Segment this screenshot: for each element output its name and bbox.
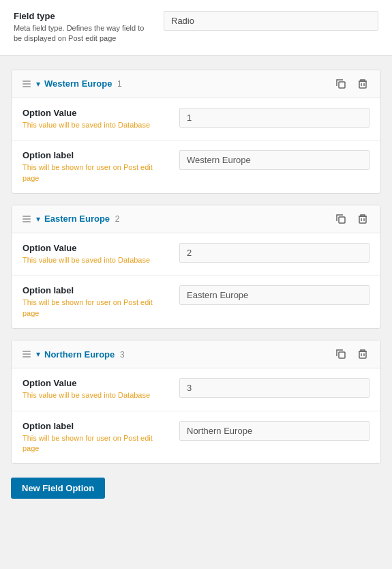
option-label-field-1: Option label This will be shown for user… <box>12 141 380 193</box>
option-label-field-3: Option label This will be shown for user… <box>12 411 380 464</box>
header-actions-3 <box>333 347 371 361</box>
option-label-title-3: Option label <box>22 421 166 431</box>
option-value-input-wrap-3 <box>179 378 370 398</box>
copy-button-2[interactable] <box>333 212 349 226</box>
option-title-2: Eastern Europe 2 <box>44 214 329 224</box>
option-value-desc-3: This value will be saved into Database <box>22 390 166 400</box>
drag-handle-3[interactable] <box>21 349 32 359</box>
option-value-label-2: Option Value This value will be saved in… <box>22 243 166 265</box>
option-value-field-1: Option Value This value will be saved in… <box>12 98 380 141</box>
new-field-option-button[interactable]: New Field Option <box>11 478 105 499</box>
option-label-input-1[interactable] <box>179 150 370 170</box>
option-label-title-1: Option label <box>22 150 166 160</box>
option-label-title-2: Option label <box>22 285 166 295</box>
delete-button-1[interactable] <box>355 77 371 91</box>
option-label-label-3: Option label This will be shown for user… <box>22 421 166 454</box>
drag-handle-2[interactable] <box>21 214 32 224</box>
option-card-1: ▾ Western Europe 1 <box>11 70 381 194</box>
field-type-description: Meta field type. Defines the way field t… <box>14 23 150 44</box>
options-container: ▾ Western Europe 1 <box>11 70 381 465</box>
page-wrapper: Field type Meta field type. Defines the … <box>0 0 392 512</box>
drag-handle-1[interactable] <box>21 79 32 89</box>
option-value-input-wrap-2 <box>179 243 370 263</box>
field-type-label: Field type Meta field type. Defines the … <box>14 11 150 44</box>
svg-rect-5 <box>359 216 366 223</box>
option-title-1: Western Europe 1 <box>44 78 329 89</box>
option-number-1: 1 <box>117 79 122 89</box>
field-type-input[interactable] <box>164 11 378 31</box>
option-label-label-1: Option label This will be shown for user… <box>22 150 166 184</box>
svg-rect-9 <box>359 351 366 358</box>
option-value-title-1: Option Value <box>22 108 166 118</box>
field-type-section: Field type Meta field type. Defines the … <box>0 0 392 56</box>
header-actions-2 <box>333 212 371 226</box>
option-label-input-wrap-1 <box>179 150 370 170</box>
svg-rect-4 <box>339 217 345 223</box>
option-label-input-wrap-2 <box>179 285 370 305</box>
main-content: ▾ Western Europe 1 <box>0 56 392 513</box>
option-value-input-wrap-1 <box>179 108 370 128</box>
option-card-3: ▾ Northern Europe 3 <box>11 340 381 464</box>
option-value-title-2: Option Value <box>22 243 166 253</box>
field-type-value <box>164 11 378 31</box>
option-value-input-2[interactable] <box>179 243 370 263</box>
option-value-label-3: Option Value This value will be saved in… <box>22 378 166 400</box>
option-title-3: Northern Europe 3 <box>44 349 329 360</box>
copy-button-1[interactable] <box>333 77 349 91</box>
option-label-desc-2: This will be shown for user on Post edit… <box>22 297 166 319</box>
copy-button-3[interactable] <box>333 347 349 361</box>
chevron-icon-2[interactable]: ▾ <box>36 214 40 224</box>
chevron-icon-3[interactable]: ▾ <box>36 349 40 359</box>
field-type-title: Field type <box>14 11 150 21</box>
option-card-2: ▾ Eastern Europe 2 <box>11 205 381 329</box>
option-value-input-3[interactable] <box>179 378 370 398</box>
chevron-icon-1[interactable]: ▾ <box>36 79 40 89</box>
svg-rect-1 <box>359 81 366 88</box>
option-label-input-2[interactable] <box>179 285 370 305</box>
option-value-desc-2: This value will be saved into Database <box>22 255 166 265</box>
option-value-field-3: Option Value This value will be saved in… <box>12 368 380 411</box>
option-card-header-3: ▾ Northern Europe 3 <box>12 340 380 368</box>
option-value-title-3: Option Value <box>22 378 166 388</box>
option-label-desc-1: This will be shown for user on Post edit… <box>22 162 166 184</box>
option-card-header-1: ▾ Western Europe 1 <box>12 70 380 98</box>
option-value-label-1: Option Value This value will be saved in… <box>22 108 166 130</box>
header-actions-1 <box>333 77 371 91</box>
option-value-field-2: Option Value This value will be saved in… <box>12 233 380 276</box>
option-value-input-1[interactable] <box>179 108 370 128</box>
option-label-desc-3: This will be shown for user on Post edit… <box>22 433 166 454</box>
svg-rect-8 <box>339 352 345 358</box>
delete-button-2[interactable] <box>355 212 371 226</box>
option-label-field-2: Option label This will be shown for user… <box>12 276 380 328</box>
option-label-input-wrap-3 <box>179 421 370 441</box>
option-number-2: 2 <box>115 214 120 224</box>
delete-button-3[interactable] <box>355 347 371 361</box>
option-value-desc-1: This value will be saved into Database <box>22 120 166 130</box>
option-number-3: 3 <box>120 350 125 360</box>
option-label-input-3[interactable] <box>179 421 370 441</box>
svg-rect-0 <box>339 82 345 88</box>
option-card-header-2: ▾ Eastern Europe 2 <box>12 205 380 233</box>
option-label-label-2: Option label This will be shown for user… <box>22 285 166 319</box>
